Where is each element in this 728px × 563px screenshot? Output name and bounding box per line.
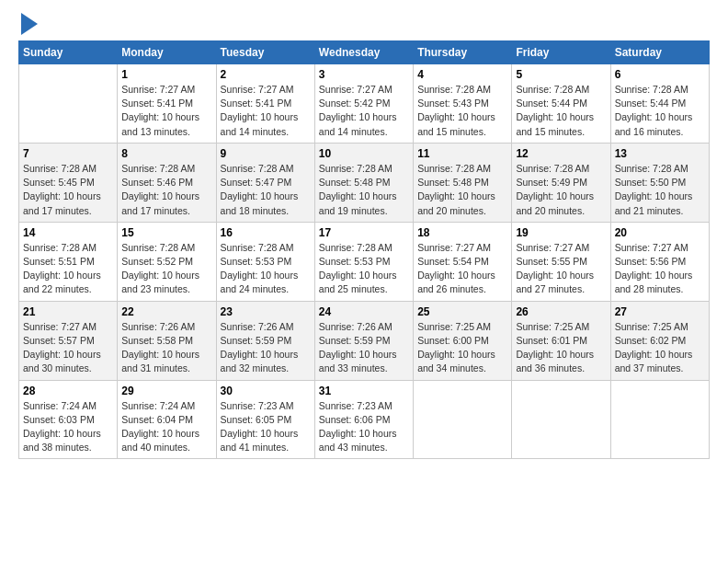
calendar-cell xyxy=(610,380,709,459)
calendar-cell: 23Sunrise: 7:26 AM Sunset: 5:59 PM Dayli… xyxy=(216,301,314,380)
day-number: 26 xyxy=(516,305,606,318)
calendar-cell: 5Sunrise: 7:28 AM Sunset: 5:44 PM Daylig… xyxy=(512,64,610,144)
calendar-cell: 14Sunrise: 7:28 AM Sunset: 5:51 PM Dayli… xyxy=(19,222,118,301)
day-detail: Sunrise: 7:26 AM Sunset: 5:59 PM Dayligh… xyxy=(319,320,409,376)
day-detail: Sunrise: 7:23 AM Sunset: 6:05 PM Dayligh… xyxy=(221,399,311,455)
day-number: 14 xyxy=(23,226,113,239)
day-detail: Sunrise: 7:25 AM Sunset: 6:01 PM Dayligh… xyxy=(516,320,606,376)
week-row-2: 7Sunrise: 7:28 AM Sunset: 5:45 PM Daylig… xyxy=(19,143,710,222)
calendar-cell: 22Sunrise: 7:26 AM Sunset: 5:58 PM Dayli… xyxy=(118,301,216,380)
day-number: 6 xyxy=(615,68,705,81)
col-header-sunday: Sunday xyxy=(19,41,118,64)
col-header-monday: Monday xyxy=(118,41,216,64)
col-header-tuesday: Tuesday xyxy=(216,41,314,64)
calendar-cell: 19Sunrise: 7:27 AM Sunset: 5:55 PM Dayli… xyxy=(512,222,610,301)
day-number: 12 xyxy=(516,147,606,160)
day-detail: Sunrise: 7:23 AM Sunset: 6:06 PM Dayligh… xyxy=(319,399,409,455)
day-number: 2 xyxy=(221,68,311,81)
calendar-cell: 17Sunrise: 7:28 AM Sunset: 5:53 PM Dayli… xyxy=(314,222,413,301)
calendar-cell: 28Sunrise: 7:24 AM Sunset: 6:03 PM Dayli… xyxy=(19,380,118,459)
day-detail: Sunrise: 7:27 AM Sunset: 5:57 PM Dayligh… xyxy=(23,320,113,376)
day-detail: Sunrise: 7:27 AM Sunset: 5:56 PM Dayligh… xyxy=(615,241,705,297)
day-number: 5 xyxy=(516,68,606,81)
calendar-cell xyxy=(414,380,512,459)
week-row-3: 14Sunrise: 7:28 AM Sunset: 5:51 PM Dayli… xyxy=(19,222,710,301)
day-detail: Sunrise: 7:27 AM Sunset: 5:41 PM Dayligh… xyxy=(121,83,211,139)
day-number: 21 xyxy=(23,305,113,318)
calendar-cell: 11Sunrise: 7:28 AM Sunset: 5:48 PM Dayli… xyxy=(414,143,512,222)
day-number: 23 xyxy=(221,305,311,318)
calendar-cell: 20Sunrise: 7:27 AM Sunset: 5:56 PM Dayli… xyxy=(610,222,709,301)
calendar-cell: 27Sunrise: 7:25 AM Sunset: 6:02 PM Dayli… xyxy=(610,301,709,380)
day-number: 7 xyxy=(23,147,113,160)
calendar-cell: 30Sunrise: 7:23 AM Sunset: 6:05 PM Dayli… xyxy=(216,380,314,459)
day-number: 25 xyxy=(417,305,507,318)
day-number: 4 xyxy=(417,68,507,81)
calendar-cell: 15Sunrise: 7:28 AM Sunset: 5:52 PM Dayli… xyxy=(118,222,216,301)
day-detail: Sunrise: 7:28 AM Sunset: 5:53 PM Dayligh… xyxy=(319,241,409,297)
day-detail: Sunrise: 7:28 AM Sunset: 5:48 PM Dayligh… xyxy=(319,162,409,218)
day-number: 11 xyxy=(417,147,507,160)
calendar-cell: 13Sunrise: 7:28 AM Sunset: 5:50 PM Dayli… xyxy=(610,143,709,222)
calendar-cell: 8Sunrise: 7:28 AM Sunset: 5:46 PM Daylig… xyxy=(118,143,216,222)
logo xyxy=(18,15,38,31)
day-number: 1 xyxy=(121,68,211,81)
calendar-cell: 7Sunrise: 7:28 AM Sunset: 5:45 PM Daylig… xyxy=(19,143,118,222)
day-detail: Sunrise: 7:28 AM Sunset: 5:53 PM Dayligh… xyxy=(221,241,311,297)
day-number: 3 xyxy=(319,68,409,81)
calendar-cell: 3Sunrise: 7:27 AM Sunset: 5:42 PM Daylig… xyxy=(314,64,413,144)
day-detail: Sunrise: 7:27 AM Sunset: 5:42 PM Dayligh… xyxy=(319,83,409,139)
week-row-5: 28Sunrise: 7:24 AM Sunset: 6:03 PM Dayli… xyxy=(19,380,710,459)
header-row: SundayMondayTuesdayWednesdayThursdayFrid… xyxy=(19,41,710,64)
day-number: 24 xyxy=(319,305,409,318)
day-detail: Sunrise: 7:28 AM Sunset: 5:46 PM Dayligh… xyxy=(121,162,211,218)
logo-arrow-icon xyxy=(21,13,38,35)
day-detail: Sunrise: 7:24 AM Sunset: 6:04 PM Dayligh… xyxy=(121,399,211,455)
calendar-cell: 26Sunrise: 7:25 AM Sunset: 6:01 PM Dayli… xyxy=(512,301,610,380)
day-number: 18 xyxy=(417,226,507,239)
day-number: 10 xyxy=(319,147,409,160)
day-number: 15 xyxy=(121,226,211,239)
col-header-wednesday: Wednesday xyxy=(314,41,413,64)
day-detail: Sunrise: 7:28 AM Sunset: 5:49 PM Dayligh… xyxy=(516,162,606,218)
day-number: 28 xyxy=(23,385,113,397)
col-header-saturday: Saturday xyxy=(610,41,709,64)
col-header-friday: Friday xyxy=(512,41,610,64)
calendar-cell: 6Sunrise: 7:28 AM Sunset: 5:44 PM Daylig… xyxy=(610,64,709,144)
day-number: 16 xyxy=(221,226,311,239)
calendar-cell: 21Sunrise: 7:27 AM Sunset: 5:57 PM Dayli… xyxy=(19,301,118,380)
day-detail: Sunrise: 7:28 AM Sunset: 5:45 PM Dayligh… xyxy=(23,162,113,218)
calendar-cell: 9Sunrise: 7:28 AM Sunset: 5:47 PM Daylig… xyxy=(216,143,314,222)
day-detail: Sunrise: 7:26 AM Sunset: 5:58 PM Dayligh… xyxy=(121,320,211,376)
day-detail: Sunrise: 7:25 AM Sunset: 6:02 PM Dayligh… xyxy=(615,320,705,376)
day-detail: Sunrise: 7:28 AM Sunset: 5:52 PM Dayligh… xyxy=(121,241,211,297)
calendar-cell: 16Sunrise: 7:28 AM Sunset: 5:53 PM Dayli… xyxy=(216,222,314,301)
day-detail: Sunrise: 7:24 AM Sunset: 6:03 PM Dayligh… xyxy=(23,399,113,455)
page: SundayMondayTuesdayWednesdayThursdayFrid… xyxy=(0,0,728,468)
day-detail: Sunrise: 7:28 AM Sunset: 5:44 PM Dayligh… xyxy=(615,83,705,139)
header xyxy=(18,15,710,31)
day-number: 30 xyxy=(221,385,311,397)
day-detail: Sunrise: 7:27 AM Sunset: 5:55 PM Dayligh… xyxy=(516,241,606,297)
day-number: 22 xyxy=(121,305,211,318)
day-detail: Sunrise: 7:28 AM Sunset: 5:43 PM Dayligh… xyxy=(417,83,507,139)
week-row-1: 1Sunrise: 7:27 AM Sunset: 5:41 PM Daylig… xyxy=(19,64,710,144)
day-number: 13 xyxy=(615,147,705,160)
calendar-cell: 4Sunrise: 7:28 AM Sunset: 5:43 PM Daylig… xyxy=(414,64,512,144)
day-detail: Sunrise: 7:26 AM Sunset: 5:59 PM Dayligh… xyxy=(221,320,311,376)
day-number: 27 xyxy=(615,305,705,318)
week-row-4: 21Sunrise: 7:27 AM Sunset: 5:57 PM Dayli… xyxy=(19,301,710,380)
day-number: 17 xyxy=(319,226,409,239)
day-detail: Sunrise: 7:28 AM Sunset: 5:47 PM Dayligh… xyxy=(221,162,311,218)
calendar-cell: 2Sunrise: 7:27 AM Sunset: 5:41 PM Daylig… xyxy=(216,64,314,144)
col-header-thursday: Thursday xyxy=(414,41,512,64)
day-detail: Sunrise: 7:28 AM Sunset: 5:48 PM Dayligh… xyxy=(417,162,507,218)
calendar-cell: 31Sunrise: 7:23 AM Sunset: 6:06 PM Dayli… xyxy=(314,380,413,459)
calendar-cell: 24Sunrise: 7:26 AM Sunset: 5:59 PM Dayli… xyxy=(314,301,413,380)
day-detail: Sunrise: 7:25 AM Sunset: 6:00 PM Dayligh… xyxy=(417,320,507,376)
day-detail: Sunrise: 7:28 AM Sunset: 5:44 PM Dayligh… xyxy=(516,83,606,139)
day-number: 9 xyxy=(221,147,311,160)
calendar-cell xyxy=(512,380,610,459)
day-number: 8 xyxy=(121,147,211,160)
calendar-cell: 1Sunrise: 7:27 AM Sunset: 5:41 PM Daylig… xyxy=(118,64,216,144)
